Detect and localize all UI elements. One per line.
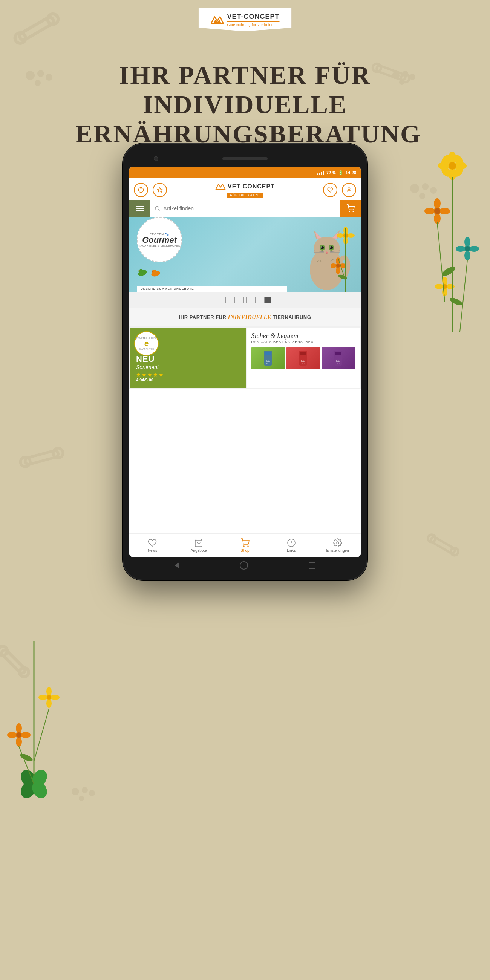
app-logo: VET-CONCEPT FÜR DIE KATZE <box>167 182 323 198</box>
gourmet-badge: PFOTEN 🐾 Gourmet KAUARTIKEL & LECKERCHEN <box>137 217 182 262</box>
slide-indicators <box>129 292 361 308</box>
svg-point-26 <box>19 456 31 468</box>
nav-item-shop[interactable]: Shop <box>222 534 268 557</box>
menu-button[interactable] <box>129 200 150 217</box>
nav-label-shop: Shop <box>240 549 249 552</box>
trusted-shops-card[interactable]: TRUSTED SHOPS e GUARANTEE NEU Sortiment … <box>130 328 246 388</box>
slide-dot-5[interactable] <box>255 297 262 304</box>
cart-button[interactable] <box>340 200 361 217</box>
star-2: ★ <box>142 372 146 378</box>
svg-point-50 <box>465 237 470 247</box>
star-icon-button[interactable] <box>153 183 167 197</box>
svg-point-76 <box>46 694 52 700</box>
rating-text: 4.94/5.00 <box>136 378 240 382</box>
svg-point-48 <box>434 208 440 214</box>
svg-point-47 <box>439 208 450 215</box>
svg-point-100 <box>313 237 340 261</box>
user-icon-button[interactable] <box>342 183 356 197</box>
vc-logo-icon <box>210 13 224 27</box>
kabartikel-text: KAUARTIKEL & LECKERCHEN <box>138 244 180 247</box>
svg-point-72 <box>16 737 22 747</box>
app-logo-text: VET-CONCEPT <box>228 183 275 190</box>
svg-point-149 <box>337 542 339 544</box>
logo-main-text: VET-CONCEPT <box>227 13 279 21</box>
partner-highlight: individuelle <box>228 314 271 320</box>
svg-rect-132 <box>265 352 271 355</box>
nav-item-einstellungen[interactable]: Einstellungen <box>314 534 361 557</box>
gourmet-text: Gourmet <box>142 236 177 244</box>
svg-point-8 <box>0 644 9 657</box>
cats-best-card[interactable]: Sicher & bequem DAS CAT'S BEST KATZENSTR… <box>247 328 360 388</box>
svg-point-69 <box>29 778 50 801</box>
recents-button[interactable] <box>309 562 315 569</box>
slide-dot-1[interactable] <box>219 297 226 304</box>
search-input[interactable] <box>163 205 336 212</box>
svg-text:Best: Best <box>266 363 270 365</box>
bottom-nav: News Angebote Shop <box>129 533 361 557</box>
battery-icon: 🔋 <box>338 170 344 175</box>
news-icon <box>148 538 157 547</box>
svg-point-36 <box>438 162 450 170</box>
svg-marker-88 <box>216 184 225 189</box>
svg-point-57 <box>442 288 447 296</box>
svg-point-19 <box>422 183 429 190</box>
main-headline: IHR PARTNER FÜR INDIVIDUELLE ERNÄHRUNGSB… <box>75 60 415 149</box>
svg-point-52 <box>456 246 466 252</box>
svg-point-13 <box>79 796 84 801</box>
nav-item-links[interactable]: Links <box>268 534 314 557</box>
search-bar <box>129 200 361 217</box>
svg-text:Best: Best <box>337 363 340 365</box>
slide-dot-6[interactable] <box>264 297 271 304</box>
chat-icon-button[interactable] <box>134 183 148 197</box>
feature-cards: TRUSTED SHOPS e GUARANTEE NEU Sortiment … <box>129 326 361 389</box>
svg-point-110 <box>330 247 331 248</box>
nav-item-news[interactable]: News <box>129 534 176 557</box>
svg-point-70 <box>16 732 22 738</box>
cart-icon <box>347 204 355 213</box>
partner-text-after: TIERNAHRUNG <box>271 314 311 320</box>
svg-point-55 <box>442 283 448 290</box>
partner-title: IHR PARTNER FÜR individuelle TIERNAHRUNG <box>134 314 356 320</box>
svg-point-90 <box>155 206 159 210</box>
product-img-3: Cat's Best <box>321 347 355 369</box>
svg-point-30 <box>449 547 460 557</box>
svg-text:Cat's: Cat's <box>336 360 341 362</box>
star-3: ★ <box>147 372 152 378</box>
search-icon <box>154 205 160 212</box>
cat-illustration-icon <box>301 224 353 292</box>
nav-label-links: Links <box>287 549 296 552</box>
heart-icon-button[interactable] <box>323 183 337 197</box>
back-button[interactable] <box>175 562 179 568</box>
stars-row: ★ ★ ★ ★ ★ <box>136 372 240 378</box>
banner[interactable]: PFOTEN 🐾 Gourmet KAUARTIKEL & LECKERCHEN <box>129 217 361 292</box>
svg-point-40 <box>439 165 453 178</box>
svg-point-77 <box>46 687 52 696</box>
sicher-text: Sicher & bequem <box>251 332 355 340</box>
svg-point-6 <box>35 80 41 86</box>
slide-dot-3[interactable] <box>237 297 244 304</box>
slide-dot-2[interactable] <box>228 297 235 304</box>
svg-point-51 <box>465 251 470 261</box>
slide-dot-4[interactable] <box>246 297 253 304</box>
svg-point-145 <box>248 546 248 547</box>
svg-point-45 <box>434 213 441 224</box>
nav-label-angebote: Angebote <box>191 549 207 552</box>
svg-point-43 <box>433 207 441 215</box>
battery-level: 72 % <box>326 170 336 175</box>
phone-camera <box>154 156 158 161</box>
svg-point-89 <box>348 188 350 189</box>
svg-point-92 <box>353 211 353 212</box>
svg-point-9 <box>18 666 30 678</box>
svg-point-58 <box>435 284 443 289</box>
svg-point-34 <box>449 151 456 164</box>
home-button[interactable] <box>240 561 248 570</box>
product-img-2: Cat's Best <box>286 347 320 369</box>
svg-line-62 <box>437 223 445 302</box>
svg-point-66 <box>18 767 38 790</box>
banner-summer-text: UNSERE SOMMER-ANGEBOTE <box>137 286 287 292</box>
nav-item-angebote[interactable]: Angebote <box>176 534 222 557</box>
svg-point-65 <box>449 296 464 307</box>
search-input-area[interactable] <box>150 200 340 217</box>
svg-point-2 <box>46 12 60 26</box>
nav-label-news: News <box>148 549 157 552</box>
